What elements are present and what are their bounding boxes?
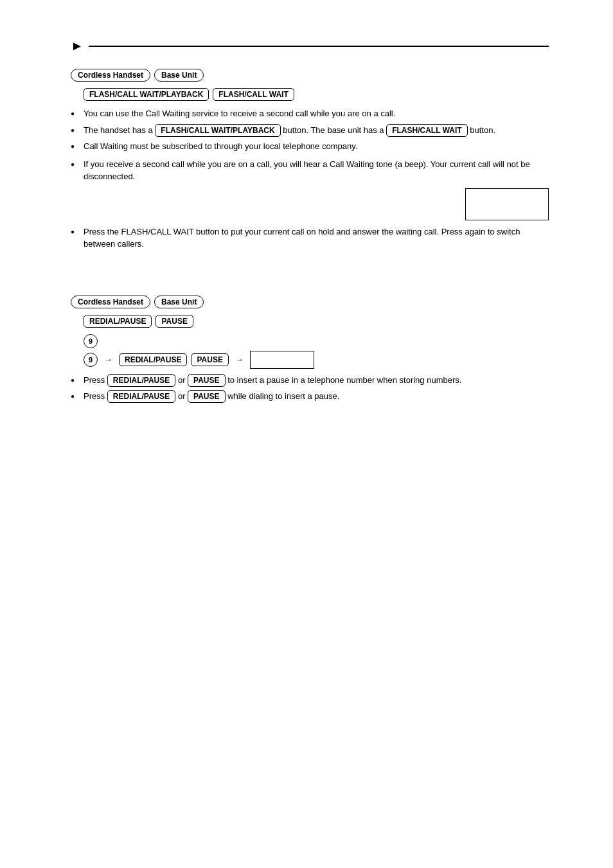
bullet-item-1: You can use the Call Waiting service to … xyxy=(71,107,549,120)
flash-call-wait-inline: FLASH/CALL WAIT xyxy=(386,124,467,137)
section2-bullet1-text: Press REDIAL/PAUSE or PAUSE to insert a … xyxy=(84,375,461,385)
flash-call-wait-playback-inline: FLASH/CALL WAIT/PLAYBACK xyxy=(155,124,280,137)
pause-section: Cordless Handset Base Unit REDIAL/PAUSE … xyxy=(71,296,549,403)
bullet-item-5: Press the FLASH/CALL WAIT button to put … xyxy=(71,226,549,251)
pause-display-box xyxy=(250,351,314,369)
section2-bullet-1: Press REDIAL/PAUSE or PAUSE to insert a … xyxy=(71,374,549,387)
bullet2-text: The handset has a FLASH/CALL WAIT/PLAYBA… xyxy=(84,125,495,135)
step-circle-9: 9 xyxy=(84,353,98,367)
step-redial-pause-key: REDIAL/PAUSE xyxy=(119,353,187,366)
step-row: 9 → REDIAL/PAUSE PAUSE → xyxy=(84,351,549,369)
pause-inline-1: PAUSE xyxy=(188,374,225,387)
arrow-icon-2: → xyxy=(235,355,244,364)
circle-9: 9 xyxy=(84,334,98,348)
badge-row-2: Cordless Handset Base Unit xyxy=(71,296,549,308)
section2-bullet2-text: Press REDIAL/PAUSE or PAUSE while dialin… xyxy=(84,391,339,401)
bullet-item-3: Call Waiting must be subscribed to throu… xyxy=(71,140,549,153)
page-content: ► Cordless Handset Base Unit FLASH/CALL … xyxy=(0,0,613,461)
circle-row: 9 xyxy=(84,334,549,348)
call-waiting-section: ► Cordless Handset Base Unit FLASH/CALL … xyxy=(71,39,549,251)
section-arrow-icon: ► xyxy=(71,39,84,53)
key-row-2: REDIAL/PAUSE PAUSE xyxy=(84,315,549,328)
redial-pause-inline-1: REDIAL/PAUSE xyxy=(107,374,175,387)
arrow-icon-1: → xyxy=(104,355,112,364)
section2-bullets: Press REDIAL/PAUSE or PAUSE to insert a … xyxy=(71,374,549,403)
pause-inline-2: PAUSE xyxy=(188,390,225,403)
badge-row-1: Cordless Handset Base Unit xyxy=(71,69,549,82)
base-unit-badge-2: Base Unit xyxy=(154,296,204,308)
bullet1-text: You can use the Call Waiting service to … xyxy=(84,109,395,118)
bullet3-text: Call Waiting must be subscribed to throu… xyxy=(84,141,357,151)
bullet4-text: If you receive a second call while you a… xyxy=(84,159,530,182)
pause-key: PAUSE xyxy=(155,315,193,328)
section1-bullets: You can use the Call Waiting service to … xyxy=(71,107,549,153)
key-row-1: FLASH/CALL WAIT/PLAYBACK FLASH/CALL WAIT xyxy=(84,88,549,101)
bullet5-text: Press the FLASH/CALL WAIT button to put … xyxy=(84,227,520,249)
redial-pause-key: REDIAL/PAUSE xyxy=(84,315,152,328)
flash-call-wait-playback-key: FLASH/CALL WAIT/PLAYBACK xyxy=(84,88,209,101)
bullet-item-2: The handset has a FLASH/CALL WAIT/PLAYBA… xyxy=(71,124,549,137)
note-box-row xyxy=(71,188,549,220)
cordless-handset-badge-2: Cordless Handset xyxy=(71,296,150,308)
bullet-item-4: If you receive a second call while you a… xyxy=(71,158,549,183)
section2-bullet-2: Press REDIAL/PAUSE or PAUSE while dialin… xyxy=(71,390,549,403)
flash-call-wait-key: FLASH/CALL WAIT xyxy=(213,88,294,101)
section-header-1: ► xyxy=(71,39,549,53)
step-pause-key: PAUSE xyxy=(191,353,228,366)
section1-bullets-2: If you receive a second call while you a… xyxy=(71,158,549,183)
cordless-handset-badge: Cordless Handset xyxy=(71,69,150,82)
base-unit-badge: Base Unit xyxy=(154,69,204,82)
section1-bullets-3: Press the FLASH/CALL WAIT button to put … xyxy=(71,226,549,251)
redial-pause-inline-2: REDIAL/PAUSE xyxy=(107,390,175,403)
section-divider-line xyxy=(89,46,549,47)
display-box xyxy=(465,188,549,220)
spacer-1 xyxy=(71,270,549,296)
